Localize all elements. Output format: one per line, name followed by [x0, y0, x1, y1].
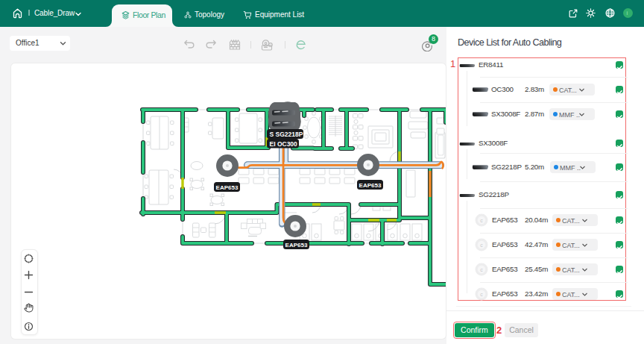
svg-text:c: c [480, 292, 483, 297]
svg-text:EI OC300: EI OC300 [270, 140, 298, 148]
svg-text:c: c [480, 267, 483, 272]
svg-text:EAP653: EAP653 [359, 182, 382, 189]
svg-text:EAP653: EAP653 [285, 242, 308, 248]
svg-text:S SG2218P: S SG2218P [270, 131, 303, 138]
svg-text:c: c [480, 243, 483, 248]
svg-text:EAP653: EAP653 [216, 184, 239, 191]
svg-text:c: c [480, 218, 483, 223]
